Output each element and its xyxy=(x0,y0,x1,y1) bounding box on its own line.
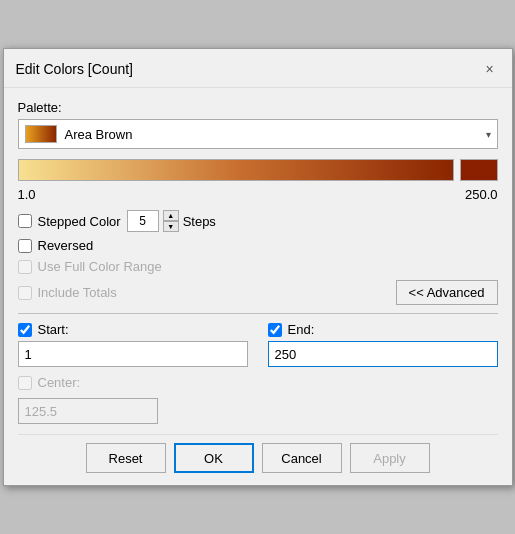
end-color-swatch xyxy=(460,159,498,181)
spinner-down-button[interactable]: ▼ xyxy=(163,221,179,232)
gradient-bar-row xyxy=(18,159,498,181)
end-input[interactable] xyxy=(268,341,498,367)
start-input[interactable] xyxy=(18,341,248,367)
start-label-row: Start: xyxy=(18,322,248,337)
range-min: 1.0 xyxy=(18,187,36,202)
end-field-group: End: xyxy=(268,322,498,367)
chevron-down-icon: ▾ xyxy=(486,129,491,140)
center-checkbox[interactable] xyxy=(18,376,32,390)
palette-selected-value: Area Brown xyxy=(65,127,133,142)
start-label: Start: xyxy=(38,322,69,337)
steps-spinner: ▲ ▼ Steps xyxy=(127,210,216,232)
apply-button[interactable]: Apply xyxy=(350,443,430,473)
ok-button[interactable]: OK xyxy=(174,443,254,473)
palette-dropdown[interactable]: Area Brown ▾ xyxy=(18,119,498,149)
reversed-checkbox[interactable] xyxy=(18,239,32,253)
start-end-row: Start: End: xyxy=(18,322,498,367)
reset-button[interactable]: Reset xyxy=(86,443,166,473)
steps-input[interactable] xyxy=(127,210,159,232)
include-totals-row: Include Totals xyxy=(18,285,117,300)
end-checkbox[interactable] xyxy=(268,323,282,337)
spinner-buttons: ▲ ▼ xyxy=(163,210,179,232)
center-label: Center: xyxy=(38,375,81,390)
reversed-row: Reversed xyxy=(18,238,498,253)
palette-label: Palette: xyxy=(18,100,498,115)
gradient-bar xyxy=(18,159,454,181)
start-field-group: Start: xyxy=(18,322,248,367)
divider xyxy=(18,313,498,314)
spinner-up-button[interactable]: ▲ xyxy=(163,210,179,221)
center-row: Center: xyxy=(18,375,498,390)
center-input[interactable] xyxy=(18,398,158,424)
stepped-color-label: Stepped Color xyxy=(38,214,121,229)
advanced-button[interactable]: << Advanced xyxy=(396,280,498,305)
button-row: Reset OK Cancel Apply xyxy=(18,434,498,473)
start-checkbox[interactable] xyxy=(18,323,32,337)
include-totals-checkbox[interactable] xyxy=(18,286,32,300)
dialog-content: Palette: Area Brown ▾ 1.0 250.0 Stepped … xyxy=(4,88,512,485)
use-full-color-range-label: Use Full Color Range xyxy=(38,259,162,274)
dialog-title: Edit Colors [Count] xyxy=(16,61,134,77)
close-button[interactable]: × xyxy=(480,59,500,79)
range-labels: 1.0 250.0 xyxy=(18,187,498,202)
cancel-button[interactable]: Cancel xyxy=(262,443,342,473)
steps-label: Steps xyxy=(183,214,216,229)
stepped-color-row: Stepped Color ▲ ▼ Steps xyxy=(18,210,498,232)
title-bar: Edit Colors [Count] × xyxy=(4,49,512,88)
use-full-color-range-checkbox[interactable] xyxy=(18,260,32,274)
reversed-label: Reversed xyxy=(38,238,94,253)
end-label: End: xyxy=(288,322,315,337)
use-full-color-range-row: Use Full Color Range xyxy=(18,259,498,274)
range-max: 250.0 xyxy=(465,187,498,202)
stepped-color-checkbox[interactable] xyxy=(18,214,32,228)
palette-swatch xyxy=(25,125,57,143)
end-label-row: End: xyxy=(268,322,498,337)
include-totals-label: Include Totals xyxy=(38,285,117,300)
edit-colors-dialog: Edit Colors [Count] × Palette: Area Brow… xyxy=(3,48,513,486)
